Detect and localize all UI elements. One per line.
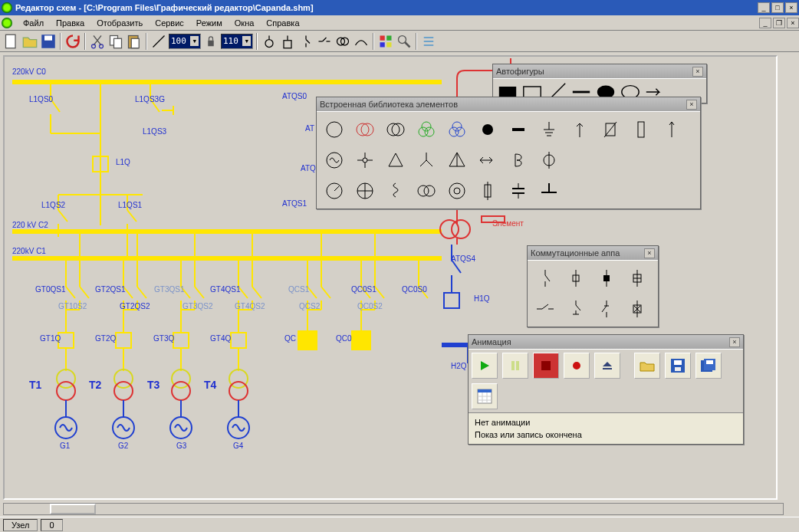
zoom2-combo[interactable]: 110 [221, 34, 253, 49]
open-button[interactable] [21, 33, 38, 50]
element-square-tool[interactable] [279, 33, 296, 50]
lib-dot[interactable] [473, 115, 502, 144]
minimize-button[interactable]: _ [758, 2, 770, 13]
list-button[interactable] [420, 33, 437, 50]
anim-saveall-button[interactable] [695, 353, 722, 379]
close-button[interactable]: × [785, 2, 797, 13]
lib-blank8[interactable] [657, 176, 686, 205]
sw-6[interactable] [561, 294, 590, 323]
sw-3[interactable] [592, 264, 621, 293]
sw-8[interactable] [623, 294, 652, 323]
lib-2circle[interactable] [381, 115, 410, 144]
lib-blank5[interactable] [565, 176, 594, 205]
element-transformer-tool[interactable] [334, 33, 351, 50]
switches-header[interactable]: Коммутационные аппа × [528, 246, 658, 260]
lib-arrow-up2[interactable] [657, 115, 686, 144]
anim-calendar-button[interactable] [472, 383, 498, 409]
element-switch-tool[interactable] [298, 33, 314, 50]
copy-button[interactable] [107, 33, 124, 50]
lib-arrow-double[interactable] [473, 146, 502, 175]
lib-pipe[interactable] [626, 115, 656, 144]
lib-arrow-up[interactable] [565, 115, 594, 144]
menu-service[interactable]: Сервис [149, 17, 190, 29]
maximize-button[interactable]: □ [771, 2, 784, 13]
zoom-lock-icon[interactable] [202, 33, 219, 50]
lib-crossed-box[interactable] [596, 115, 625, 144]
sw-5[interactable] [531, 294, 560, 323]
lib-blank4[interactable] [657, 146, 686, 175]
autoshapes-header[interactable]: Автофигуры × [493, 64, 706, 78]
lib-delta[interactable] [381, 146, 410, 175]
lib-double-circle-h[interactable] [412, 176, 441, 205]
lib-blank6[interactable] [596, 176, 625, 205]
menu-file[interactable]: Файл [17, 17, 50, 29]
lib-fan[interactable] [350, 146, 380, 175]
menu-windows[interactable]: Окна [229, 17, 261, 29]
lib-generator[interactable] [320, 146, 349, 175]
menu-mode[interactable]: Режим [190, 17, 229, 29]
anim-play-button[interactable] [472, 353, 498, 379]
lib-3circle-green[interactable] [412, 115, 441, 144]
mdi-restore-button[interactable]: ❐ [773, 18, 785, 28]
autoshapes-close-icon[interactable]: × [692, 67, 703, 77]
mdi-close-button[interactable]: × [787, 18, 799, 28]
lib-blank7[interactable] [626, 176, 656, 205]
zoom1-combo[interactable]: 100 [169, 34, 201, 49]
line-tool[interactable] [150, 33, 167, 50]
anim-record-button[interactable] [564, 353, 590, 379]
lib-blank3[interactable] [626, 146, 656, 175]
lib-ground2[interactable] [534, 176, 564, 205]
sw-1[interactable] [531, 264, 560, 293]
animation-close-icon[interactable]: × [729, 337, 740, 347]
anim-eject-button[interactable] [594, 353, 620, 379]
element-circle-tool[interactable] [261, 33, 278, 50]
new-button[interactable] [3, 33, 20, 50]
svg-rect-25 [380, 42, 385, 47]
lib-fan2[interactable] [350, 176, 380, 205]
element-break-tool[interactable] [316, 33, 333, 50]
anim-save-button[interactable] [665, 353, 691, 379]
lib-3circle-blue[interactable] [442, 115, 472, 144]
color-button[interactable] [377, 33, 394, 50]
svg-rect-74 [173, 333, 189, 348]
lib-fuse[interactable] [473, 176, 502, 205]
library-header[interactable]: Встроенная библиотека элементов × [317, 97, 700, 111]
lib-circle[interactable] [320, 115, 349, 144]
lib-ground[interactable] [534, 115, 564, 144]
sw-4[interactable] [623, 264, 652, 293]
menu-edit[interactable]: Правка [50, 17, 90, 29]
menu-help[interactable]: Справка [260, 17, 305, 29]
sw-2[interactable] [561, 264, 590, 293]
lib-b-symbol[interactable] [504, 146, 533, 175]
svg-point-149 [482, 124, 493, 135]
lib-meter[interactable] [320, 176, 349, 205]
svg-point-143 [422, 122, 431, 131]
mdi-minimize-button[interactable]: _ [759, 18, 771, 28]
lib-2circle-red[interactable] [350, 115, 380, 144]
menu-view[interactable]: Отобразить [90, 17, 149, 29]
anim-stop-button[interactable] [533, 353, 559, 379]
cut-button[interactable] [89, 33, 106, 50]
switches-close-icon[interactable]: × [644, 248, 655, 258]
element-connect-tool[interactable] [353, 33, 370, 50]
library-close-icon[interactable]: × [686, 100, 697, 110]
svg-line-201 [602, 306, 607, 312]
horizontal-scrollbar[interactable] [3, 503, 784, 515]
lib-capacitor[interactable] [504, 176, 533, 205]
lib-triangle[interactable] [442, 146, 472, 175]
lib-motor[interactable] [442, 176, 472, 205]
sw-7[interactable] [592, 294, 621, 323]
lib-coil[interactable] [381, 176, 410, 205]
paste-button[interactable] [126, 33, 143, 50]
animation-header[interactable]: Анимация × [469, 335, 743, 349]
lib-phi[interactable] [534, 146, 564, 175]
anim-pause-button[interactable] [502, 353, 528, 379]
lib-bar[interactable] [504, 115, 533, 144]
zoom-button[interactable] [396, 33, 413, 50]
anim-open-button[interactable] [634, 353, 660, 379]
lib-blank1[interactable] [565, 146, 594, 175]
save-button[interactable] [40, 33, 57, 50]
refresh-button[interactable] [64, 33, 81, 50]
lib-blank2[interactable] [596, 146, 625, 175]
lib-star[interactable] [412, 146, 441, 175]
